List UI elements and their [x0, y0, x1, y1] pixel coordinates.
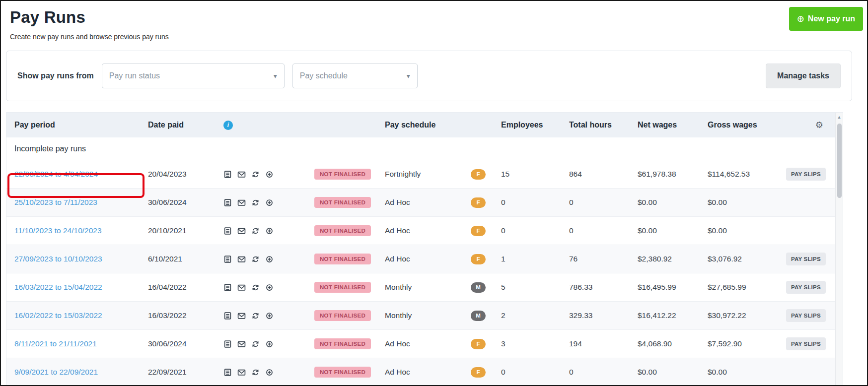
pay-period-link[interactable]: 16/02/2022 to 15/03/2022 [14, 311, 102, 320]
recalculate-icon[interactable] [251, 368, 260, 377]
email-icon[interactable] [237, 312, 246, 320]
target-icon[interactable] [265, 227, 274, 235]
email-icon[interactable] [237, 198, 246, 207]
employees-cell: 3 [501, 339, 569, 348]
recalculate-icon[interactable] [251, 227, 260, 235]
pay-slips-button[interactable]: PAY SLIPS [786, 309, 826, 322]
total-hours-cell: 0 [569, 368, 638, 377]
scrollbar-up-arrow[interactable]: ▲ [836, 113, 843, 122]
date-paid-cell: 20/04/2023 [148, 170, 223, 179]
page-title: Pay Runs [10, 8, 860, 27]
payslip-document-icon[interactable] [223, 170, 232, 179]
target-icon[interactable] [265, 283, 274, 292]
pay-run-status-select[interactable]: Pay run status ▾ [102, 64, 285, 88]
recalculate-icon[interactable] [251, 170, 260, 179]
total-hours-cell: 786.33 [569, 283, 638, 292]
pay-schedule-select[interactable]: Pay schedule ▾ [292, 64, 418, 88]
payslip-document-icon[interactable] [223, 312, 232, 320]
payslip-document-icon[interactable] [223, 340, 232, 348]
email-icon[interactable] [237, 170, 246, 179]
payslip-document-icon[interactable] [223, 198, 232, 207]
target-icon[interactable] [265, 312, 274, 320]
pay-runs-table: Pay period Date paid i Pay schedule Empl… [6, 112, 843, 385]
employees-cell: 2 [501, 311, 569, 320]
col-header-pay-schedule[interactable]: Pay schedule [385, 121, 471, 129]
pay-slips-button[interactable]: PAY SLIPS [786, 281, 826, 294]
payslip-document-icon[interactable] [223, 283, 232, 292]
target-icon[interactable] [265, 255, 274, 263]
col-header-pay-period[interactable]: Pay period [6, 121, 148, 129]
target-icon[interactable] [265, 368, 274, 377]
gross-wages-cell: $0.00 [708, 368, 786, 377]
col-header-gross-wages[interactable]: Gross wages [708, 121, 786, 129]
pay-period-link[interactable]: 27/09/2023 to 10/10/2023 [14, 255, 102, 263]
recalculate-icon[interactable] [251, 340, 260, 348]
info-icon[interactable]: i [223, 121, 233, 130]
pay-schedule-cell: Ad Hoc [385, 255, 471, 263]
payslip-document-icon[interactable] [223, 227, 232, 235]
pay-period-link[interactable]: 22/03/2024 to 4/04/2024 [14, 170, 98, 178]
target-icon[interactable] [265, 170, 274, 179]
pay-period-link[interactable]: 16/03/2022 to 15/04/2022 [14, 283, 102, 291]
pay-slips-button[interactable]: PAY SLIPS [786, 253, 826, 265]
net-wages-cell: $61,978.38 [638, 170, 708, 179]
schedule-badge: F [471, 226, 486, 236]
pay-schedule-cell: Monthly [385, 311, 471, 320]
email-icon[interactable] [237, 368, 246, 377]
pay-period-link[interactable]: 9/09/2021 to 22/09/2021 [14, 368, 98, 376]
pay-period-cell: 8/11/2021 to 21/11/2021 [6, 339, 148, 348]
status-badge: NOT FINALISED [314, 282, 371, 293]
recalculate-icon[interactable] [251, 312, 260, 320]
col-header-net-wages[interactable]: Net wages [638, 121, 708, 129]
pay-run-row: 8/11/2021 to 21/11/2021 30/06/2024 [6, 330, 835, 358]
pay-slips-button[interactable]: PAY SLIPS [786, 337, 826, 350]
schedule-badge: F [471, 169, 486, 180]
pay-period-link[interactable]: 11/10/2023 to 24/10/2023 [14, 226, 102, 235]
col-header-total-hours[interactable]: Total hours [569, 121, 638, 129]
pay-schedule-cell: Fortnightly [385, 170, 471, 179]
target-icon[interactable] [265, 198, 274, 207]
row-actions [223, 198, 314, 207]
pay-period-link[interactable]: 8/11/2021 to 21/11/2021 [14, 339, 97, 348]
pay-period-cell: 9/09/2021 to 22/09/2021 [6, 368, 148, 377]
pay-schedule-cell: Ad Hoc [385, 198, 471, 207]
col-header-employees[interactable]: Employees [501, 121, 569, 129]
payslip-document-icon[interactable] [223, 255, 232, 263]
total-hours-cell: 329.33 [569, 311, 638, 320]
pay-period-link[interactable]: 25/10/2023 to 7/11/2023 [14, 198, 97, 206]
recalculate-icon[interactable] [251, 283, 260, 292]
pay-run-row: 16/02/2022 to 15/03/2022 16/03/2022 [6, 302, 835, 330]
new-pay-run-button[interactable]: ⊕ New pay run [789, 7, 863, 31]
recalculate-icon[interactable] [251, 198, 260, 207]
col-header-date-paid[interactable]: Date paid [148, 121, 223, 129]
email-icon[interactable] [237, 283, 246, 292]
chevron-down-icon: ▾ [407, 72, 410, 80]
email-icon[interactable] [237, 227, 246, 235]
filter-panel: Show pay runs from Pay run status ▾ Pay … [6, 51, 852, 101]
table-scrollbar[interactable]: ▲ [835, 113, 843, 385]
target-icon[interactable] [265, 340, 274, 348]
date-paid-cell: 16/03/2022 [148, 311, 223, 320]
section-label: Incomplete pay runs [14, 144, 86, 153]
settings-gear-icon[interactable]: ⚙ [815, 121, 823, 129]
recalculate-icon[interactable] [251, 255, 260, 263]
employees-cell: 0 [501, 198, 569, 207]
plus-circle-icon: ⊕ [797, 14, 804, 23]
payslip-document-icon[interactable] [223, 368, 232, 377]
net-wages-cell: $0.00 [638, 368, 708, 377]
pay-period-cell: 16/02/2022 to 15/03/2022 [6, 311, 148, 320]
net-wages-cell: $4,068.90 [638, 339, 708, 348]
pay-period-cell: 25/10/2023 to 7/11/2023 [6, 198, 148, 207]
scrollbar-thumb[interactable] [837, 124, 842, 198]
row-actions [223, 170, 314, 179]
pay-slips-button[interactable]: PAY SLIPS [786, 168, 826, 181]
email-icon[interactable] [237, 340, 246, 348]
gross-wages-cell: $30,972.22 [708, 311, 786, 320]
net-wages-cell: $0.00 [638, 198, 708, 207]
manage-tasks-button[interactable]: Manage tasks [766, 64, 841, 88]
total-hours-cell: 0 [569, 226, 638, 235]
date-paid-cell: 22/09/2021 [148, 368, 223, 377]
gross-wages-cell: $114,652.53 [708, 170, 786, 179]
status-badge: NOT FINALISED [314, 310, 371, 321]
email-icon[interactable] [237, 255, 246, 263]
